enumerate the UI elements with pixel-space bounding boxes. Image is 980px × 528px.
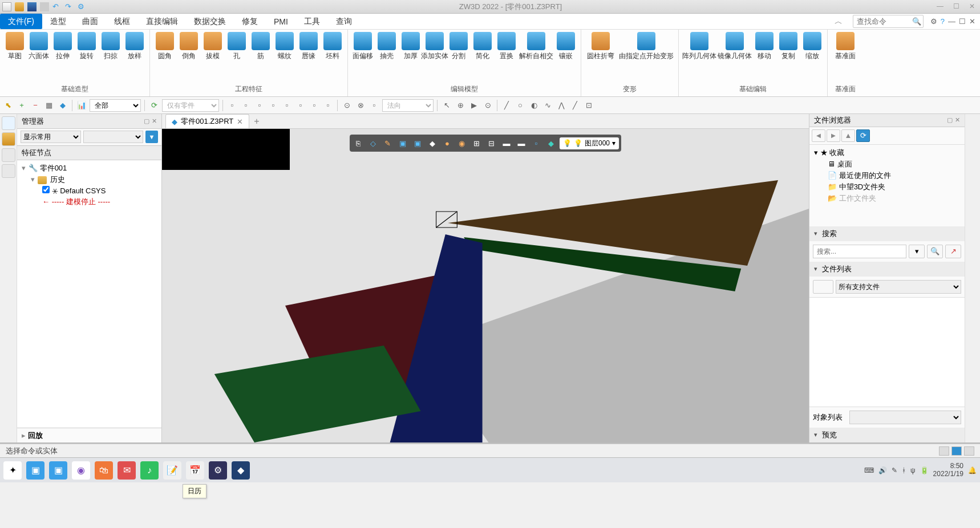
tree-history[interactable]: ▾ 历史: [19, 174, 159, 185]
refresh-icon[interactable]: ⟳: [148, 100, 160, 111]
ribbon-btn-scale[interactable]: 缩放: [801, 32, 824, 83]
window-restore-icon[interactable]: ☐: [959, 17, 966, 26]
search-tool-button[interactable]: ↗: [945, 245, 961, 258]
panel-close-icon[interactable]: ✕: [152, 117, 157, 125]
ribbon-btn-datum-plane[interactable]: 基准面: [831, 32, 860, 83]
status-icon-3[interactable]: [964, 446, 974, 456]
tool-icon-4[interactable]: ▫: [268, 100, 279, 111]
menu-data-exchange[interactable]: 数据交换: [186, 14, 234, 29]
remove-icon[interactable]: −: [30, 100, 41, 111]
shape-icon-7[interactable]: ⊡: [583, 100, 594, 111]
maximize-button[interactable]: ☐: [950, 2, 962, 11]
left-icon-tree[interactable]: [2, 116, 15, 130]
ribbon-btn-cylinder-bend[interactable]: 圆柱折弯: [585, 32, 617, 83]
vt-screen-icon[interactable]: ▬: [500, 137, 513, 149]
tool-icon-10[interactable]: ⊗: [355, 100, 366, 111]
tree-csys[interactable]: ⚹ Default CSYS: [19, 185, 159, 196]
filter-options-icon[interactable]: ▦: [43, 100, 55, 111]
search-go-button[interactable]: 🔍: [927, 245, 943, 258]
taskbar-fm[interactable]: ▣: [26, 461, 44, 480]
nav-icon-2[interactable]: ⊕: [455, 100, 466, 111]
save-icon[interactable]: [27, 2, 37, 11]
tray-volume-icon[interactable]: 🔊: [878, 466, 887, 474]
tab-part001[interactable]: ◆ 零件001.Z3PRT ✕: [165, 114, 249, 128]
filter-button[interactable]: ▼: [145, 131, 158, 143]
ribbon-btn-extrude[interactable]: 拉伸: [51, 32, 74, 83]
nav-forward[interactable]: ►: [827, 129, 840, 142]
search-header[interactable]: 搜索: [809, 226, 965, 241]
taskbar-settings[interactable]: ⚙: [209, 461, 227, 480]
tool-icon-6[interactable]: ▫: [295, 100, 306, 111]
shape-icon-4[interactable]: ∿: [542, 100, 553, 111]
tab-add-button[interactable]: +: [254, 116, 259, 127]
vt-exit-icon[interactable]: ⎘: [352, 137, 365, 149]
ribbon-btn-hexahedron[interactable]: 六面体: [27, 32, 50, 83]
ribbon-btn-face-offset[interactable]: 面偏移: [351, 32, 374, 83]
3d-viewport[interactable]: ⎘ ◇ ✎ ▣ ▣ ◆ ● ◉ ⊞ ⊟ ▬ ▬ ▫ ◆ 💡 💡 图层000 ▾: [162, 129, 809, 442]
menu-pmi[interactable]: PMI: [266, 14, 296, 29]
ribbon-btn-thicken[interactable]: 加厚: [399, 32, 422, 83]
cursor-icon[interactable]: ⬉: [2, 100, 14, 111]
tray-pen-icon[interactable]: ✎: [892, 466, 897, 474]
taskbar-music[interactable]: ♪: [140, 461, 159, 480]
vt-cube1-icon[interactable]: ▣: [396, 137, 409, 149]
vt-pencil-icon[interactable]: ✎: [382, 137, 394, 149]
vt-plane-icon[interactable]: ◇: [367, 137, 379, 149]
tray-keyboard-icon[interactable]: ⌨: [864, 466, 874, 474]
ribbon-btn-replace[interactable]: 置换: [495, 32, 518, 83]
command-search-input[interactable]: [853, 16, 910, 27]
ribbon-btn-copy[interactable]: 复制: [777, 32, 800, 83]
nav-icon-3[interactable]: ▶: [468, 100, 480, 111]
settings-icon[interactable]: ⚙: [930, 17, 937, 26]
tree-model-stop[interactable]: ← ----- 建模停止 -----: [19, 196, 159, 208]
status-icon-1[interactable]: [939, 446, 949, 456]
menu-query[interactable]: 查询: [328, 14, 360, 29]
undo-icon[interactable]: ↶: [52, 2, 62, 11]
nav-back[interactable]: ◄: [812, 129, 825, 142]
fav-root[interactable]: ▾ ★ 收藏: [814, 147, 960, 159]
tray-usb-icon[interactable]: ψ: [910, 466, 916, 474]
ribbon-btn-lip[interactable]: 唇缘: [297, 32, 320, 83]
tool-icon-9[interactable]: ⊙: [341, 100, 353, 111]
ribbon-btn-chamfer[interactable]: 倒角: [177, 32, 200, 83]
vt-cube2-icon[interactable]: ▣: [411, 137, 424, 149]
left-icon-scene[interactable]: [2, 148, 15, 162]
nav-icon-4[interactable]: ⊙: [482, 100, 493, 111]
cube-icon[interactable]: ◆: [57, 100, 68, 111]
menu-modeling[interactable]: 造型: [42, 14, 74, 29]
preview-header[interactable]: 预览: [809, 428, 965, 442]
nav-up[interactable]: ▲: [841, 129, 855, 142]
display-filter-select[interactable]: [83, 131, 144, 143]
vt-persp-icon[interactable]: ⊟: [485, 137, 498, 149]
filelist-header[interactable]: 文件列表: [809, 262, 965, 277]
shape-icon-1[interactable]: ╱: [501, 100, 512, 111]
ribbon-btn-simplify[interactable]: 简化: [471, 32, 494, 83]
help-icon[interactable]: ?: [941, 17, 945, 26]
ribbon-btn-thread[interactable]: 螺纹: [273, 32, 296, 83]
ribbon-collapse-toggle[interactable]: ︿: [827, 14, 851, 29]
csys-checkbox[interactable]: [42, 186, 50, 193]
tool-icon-3[interactable]: ▫: [254, 100, 265, 111]
taskbar-mail[interactable]: ✉: [118, 461, 136, 480]
tool-icon-5[interactable]: ▫: [281, 100, 293, 111]
vt-dark-icon[interactable]: ▬: [515, 137, 528, 149]
feature-tree[interactable]: ▾🔧 零件001 ▾ 历史 ⚹ Default CSYS ← ----- 建模停…: [17, 160, 161, 428]
tool-icon-1[interactable]: ▫: [226, 100, 238, 111]
search-icon[interactable]: 🔍: [910, 17, 923, 26]
taskbar-browser[interactable]: ▣: [49, 461, 67, 480]
ribbon-btn-array[interactable]: 阵列几何体: [682, 32, 716, 83]
ribbon-btn-inlay[interactable]: 镶嵌: [554, 32, 577, 83]
ribbon-btn-split[interactable]: 分割: [447, 32, 470, 83]
ribbon-btn-blank[interactable]: 坯料: [321, 32, 344, 83]
panel-dock-icon[interactable]: ▢: [947, 116, 953, 124]
menu-file[interactable]: 文件(F): [0, 14, 42, 29]
fav-desktop[interactable]: 🖥 桌面: [814, 159, 960, 170]
filter-select-all[interactable]: 全部: [90, 99, 141, 112]
favorites-tree[interactable]: ▾ ★ 收藏 🖥 桌面 📄 最近使用的文件 📁 中望3D文件夹 📂 工作文件夹: [809, 145, 965, 206]
fav-recent[interactable]: 📄 最近使用的文件: [814, 170, 960, 181]
close-button[interactable]: ✕: [966, 2, 978, 11]
view-options-button[interactable]: [813, 280, 833, 294]
ribbon-btn-move[interactable]: 移动: [753, 32, 776, 83]
stats-icon[interactable]: 📊: [76, 100, 87, 111]
file-filter-select[interactable]: 所有支持文件: [836, 280, 961, 294]
